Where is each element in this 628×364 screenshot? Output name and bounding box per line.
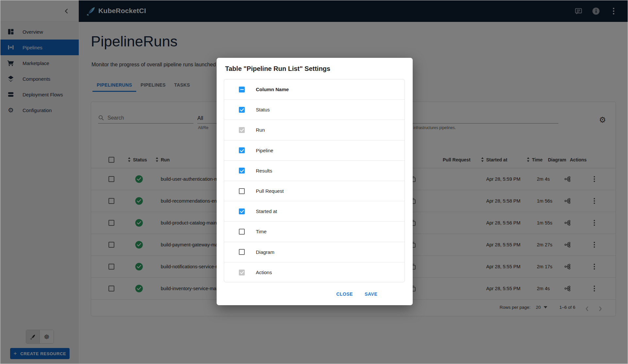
column-row-status[interactable]: Status [224,100,405,120]
column-row-run: Run [224,120,405,140]
column-label: Started at [256,208,277,214]
actions-checkbox-disabled [239,270,245,275]
column-row-pull-request[interactable]: Pull Request [224,181,405,201]
column-label: Pull Request [256,188,284,194]
column-row-actions: Actions [224,262,405,282]
column-label: Results [256,168,272,174]
started-at-checkbox[interactable] [239,208,245,214]
pipeline-checkbox[interactable] [239,147,245,153]
column-name-header: Column Name [256,87,289,92]
column-label: Pipeline [256,148,273,153]
results-checkbox[interactable] [239,168,245,174]
column-row-results[interactable]: Results [224,161,405,181]
column-label: Status [256,107,270,112]
column-settings-list: Column Name Status Run Pipeline Results … [224,79,405,282]
column-row-diagram[interactable]: Diagram [224,242,405,262]
time-checkbox[interactable] [239,229,245,235]
table-settings-modal: Table "Pipeline Run List" Settings Colum… [217,58,413,305]
diagram-checkbox[interactable] [239,249,245,255]
select-all-columns-checkbox[interactable] [239,87,245,92]
status-checkbox[interactable] [239,107,245,113]
column-row-time[interactable]: Time [224,222,405,242]
close-button[interactable]: CLOSE [336,290,354,299]
column-row-started-at[interactable]: Started at [224,201,405,222]
column-label: Actions [256,270,272,275]
column-label: Time [256,229,267,234]
column-label: Run [256,127,265,133]
modal-actions: CLOSE SAVE [336,290,378,299]
modal-title: Table "Pipeline Run List" Settings [225,65,330,73]
column-label: Diagram [256,249,274,255]
app-window: Overview Pipelines Marketplace Component… [0,0,628,364]
column-settings-header-row: Column Name [224,79,405,100]
column-row-pipeline[interactable]: Pipeline [224,141,405,161]
save-button[interactable]: SAVE [364,290,378,299]
pull-request-checkbox[interactable] [239,188,245,194]
run-checkbox-disabled [239,127,245,133]
